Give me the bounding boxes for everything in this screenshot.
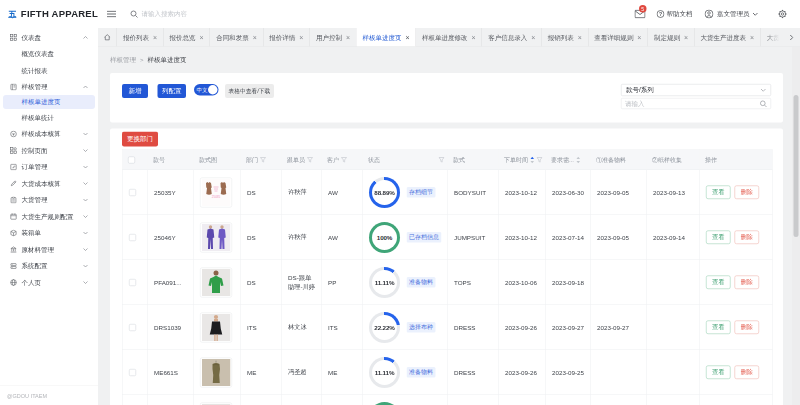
sidebar-item-样板单统计[interactable]: 样板单统计 xyxy=(0,109,98,126)
page-scrollbar[interactable] xyxy=(792,47,800,405)
tab-客户信息录入[interactable]: 客户信息录入× xyxy=(482,28,542,47)
delete-button[interactable]: 删除 xyxy=(735,366,760,380)
dashboard-icon xyxy=(10,34,17,41)
filter-icon[interactable] xyxy=(260,157,266,163)
column-config-button[interactable]: 列配置 xyxy=(158,84,187,98)
keyword-search-input[interactable]: 请输入 xyxy=(621,98,771,109)
tab-用户控制[interactable]: 用户控制× xyxy=(310,28,357,47)
filter-icon[interactable] xyxy=(439,157,445,163)
sidebar-group-10[interactable]: 原材料管理 xyxy=(0,241,98,258)
close-icon[interactable]: × xyxy=(346,34,350,41)
garment-thumbnail-dress-olive[interactable] xyxy=(200,357,232,387)
delete-button[interactable]: 删除 xyxy=(735,231,760,245)
tab-报价详情[interactable]: 报价详情× xyxy=(263,28,310,47)
tab-样板单进度修改[interactable]: 样板单进度修改× xyxy=(416,28,482,47)
tab-查看详细规则[interactable]: 查看详细规则× xyxy=(588,28,648,47)
close-icon[interactable]: × xyxy=(750,34,754,41)
close-icon[interactable]: × xyxy=(200,34,204,41)
cell-step1-date xyxy=(590,395,646,405)
tab-样板单进度页[interactable]: 样板单进度页× xyxy=(356,28,416,47)
add-button[interactable]: 新增 xyxy=(122,84,148,98)
close-icon[interactable]: × xyxy=(405,34,409,41)
delete-button[interactable]: 删除 xyxy=(735,321,760,335)
delete-button[interactable]: 删除 xyxy=(735,276,760,290)
filter-field-select[interactable]: 款号/系列 xyxy=(621,84,771,96)
brand-logo[interactable]: 五 FIFTH APPAREL xyxy=(0,6,98,22)
cell-style: JUMPSUIT xyxy=(447,215,498,260)
cell-merchandiser: 林文冰 xyxy=(281,305,321,350)
garment-thumbnail-top-green[interactable] xyxy=(200,267,232,297)
tab-合同和发票[interactable]: 合同和发票× xyxy=(210,28,263,47)
mail-button[interactable]: 5 xyxy=(635,10,646,19)
logo-icon: 五 xyxy=(8,6,17,22)
cell-style: DRESS xyxy=(447,350,498,395)
select-all-checkbox[interactable] xyxy=(128,156,135,163)
view-button[interactable]: 查看 xyxy=(706,366,731,380)
page-scrollbar-thumb[interactable] xyxy=(794,95,799,237)
user-menu[interactable]: 嘉文管理员 xyxy=(705,10,759,19)
language-toggle[interactable]: 中文 xyxy=(194,84,219,96)
sidebar-group-2[interactable]: 样板管理 xyxy=(0,79,98,96)
close-icon[interactable]: × xyxy=(531,34,535,41)
sidebar-group-1[interactable]: 仪表盘 xyxy=(0,29,98,46)
sidebar-group-5[interactable]: 订单管理 xyxy=(0,159,98,176)
view-button[interactable]: 查看 xyxy=(706,186,731,200)
column-header-dept[interactable]: 部门 xyxy=(240,150,281,170)
close-icon[interactable]: × xyxy=(299,34,303,41)
delete-button[interactable]: 删除 xyxy=(735,186,760,200)
view-button[interactable]: 查看 xyxy=(706,276,731,290)
row-checkbox[interactable] xyxy=(129,234,136,241)
view-button[interactable]: 查看 xyxy=(706,231,731,245)
sort-caret-icon[interactable] xyxy=(576,156,581,163)
column-header-customer[interactable]: 客户 xyxy=(321,150,362,170)
row-checkbox[interactable] xyxy=(129,279,136,286)
column-header-merchandiser[interactable]: 跟单员 xyxy=(281,150,321,170)
close-icon[interactable]: × xyxy=(472,34,476,41)
menu-collapse-icon[interactable] xyxy=(107,11,116,18)
tab-制定规则[interactable]: 制定规则× xyxy=(648,28,695,47)
tab-大货生产进度表[interactable]: 大货生产进度表× xyxy=(695,28,761,47)
garment-thumbnail-dress-pair-brown[interactable]: 25035 xyxy=(200,177,232,207)
breadcrumb-parent[interactable]: 样板管理 xyxy=(110,56,136,65)
row-checkbox[interactable] xyxy=(129,189,136,196)
view-button[interactable]: 查看 xyxy=(706,321,731,335)
settings-button[interactable] xyxy=(778,10,787,19)
global-search-input[interactable]: 请输入搜索内容 xyxy=(130,10,635,19)
sidebar-group-4[interactable]: 控制页面 xyxy=(0,142,98,159)
filter-icon[interactable] xyxy=(537,157,543,163)
tabs-scroll-next-button[interactable] xyxy=(783,28,800,47)
sidebar-item-label: 统计报表 xyxy=(22,66,48,75)
view-download-button[interactable]: 表格中查看/下载 xyxy=(225,84,274,98)
close-icon[interactable]: × xyxy=(253,34,257,41)
garment-thumbnail-jumpsuit-purple[interactable] xyxy=(200,222,232,252)
change-department-button[interactable]: 更换部门 xyxy=(122,132,158,147)
column-header-order_date[interactable]: 下单时间 xyxy=(498,150,545,170)
sidebar-group-3[interactable]: 样板成本核算 xyxy=(0,126,98,143)
help-doc-button[interactable]: ? 帮助文档 xyxy=(657,10,693,19)
tab-home[interactable] xyxy=(98,28,117,47)
tab-报价总览[interactable]: 报价总览× xyxy=(164,28,211,47)
sidebar-item-统计报表[interactable]: 统计报表 xyxy=(0,62,98,79)
sidebar-group-6[interactable]: 大货成本核算 xyxy=(0,175,98,192)
sidebar-group-11[interactable]: 系统配置 xyxy=(0,258,98,275)
tab-报价列表[interactable]: 报价列表× xyxy=(117,28,164,47)
sidebar-group-12[interactable]: 个人页 xyxy=(0,274,98,291)
tab-报销列表[interactable]: 报销列表× xyxy=(542,28,589,47)
sidebar-group-7[interactable]: 大货管理 xyxy=(0,192,98,209)
sidebar-item-样板单进度页[interactable]: 样板单进度页 xyxy=(3,95,95,109)
close-icon[interactable]: × xyxy=(684,34,688,41)
column-header-status[interactable]: 状态 xyxy=(362,150,447,170)
row-checkbox[interactable] xyxy=(129,369,136,376)
garment-thumbnail-dress-black[interactable] xyxy=(200,312,232,342)
row-checkbox[interactable] xyxy=(129,324,136,331)
sort-caret-icon[interactable] xyxy=(530,156,535,163)
filter-icon[interactable] xyxy=(307,157,313,163)
close-icon[interactable]: × xyxy=(153,34,157,41)
column-header-request_date[interactable]: 要求需... xyxy=(545,150,590,170)
close-icon[interactable]: × xyxy=(578,34,582,41)
close-icon[interactable]: × xyxy=(637,34,641,41)
sidebar-item-概览仪表盘[interactable]: 概览仪表盘 xyxy=(0,46,98,63)
sidebar-group-8[interactable]: 大货生产规则配置 xyxy=(0,208,98,225)
sidebar-group-9[interactable]: 装箱单 xyxy=(0,225,98,242)
filter-icon[interactable] xyxy=(341,157,347,163)
